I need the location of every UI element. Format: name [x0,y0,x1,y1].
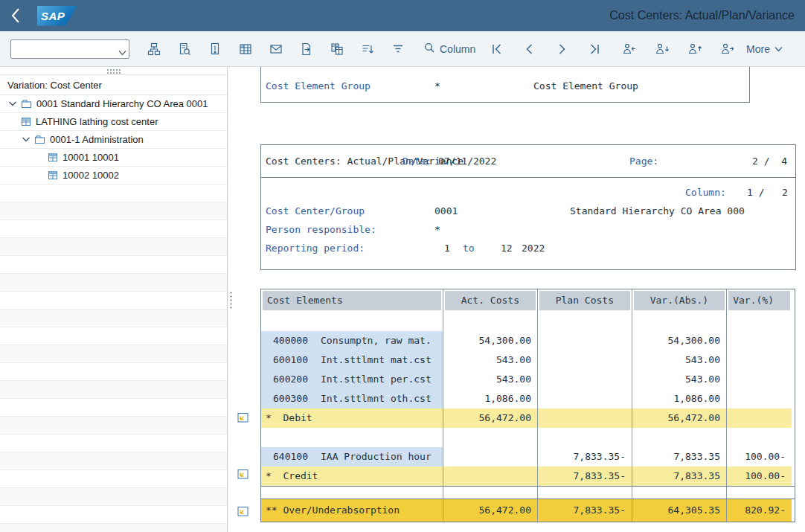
column-row: Column: 1 / 2 [261,184,795,202]
sort-icon[interactable] [356,38,379,60]
tree-item-administration[interactable]: 0001-1 Administration [0,131,227,149]
filter-icon[interactable] [387,38,409,60]
tree-item-label: LATHING lathing cost center [36,116,158,127]
drilldown-icon-total[interactable] [237,506,249,519]
cost-center-icon [48,170,58,180]
var-pct-cell [726,370,792,389]
drilldown-icon-debit[interactable] [237,412,249,426]
table-divider-row [261,486,795,499]
act-costs-cell: 56,472.00 [443,408,537,428]
table-row: 400000Consumptn, raw mat. 54,300.00 54,3… [261,331,795,350]
plan-costs-cell [537,370,632,389]
row-label[interactable]: * Debit [261,408,443,428]
sidebar-splitter[interactable] [228,67,234,532]
reporting-period-row: Reporting period: 1 to 12 2022 [261,240,795,258]
print-preview-icon[interactable] [173,38,196,60]
row-label[interactable]: 600200Int.sttlmnt per.cst [261,370,443,389]
act-costs-cell: 56,472.00 [443,499,537,522]
act-costs-cell: 54,300.00 [443,331,537,350]
sidebar-sash-handle[interactable] [0,67,227,74]
report-header-box: Cost Centers: Actual/Plan/Variance Date:… [260,144,796,270]
variation-sidebar: Variation: Cost Center 0001 Standard Hie… [0,67,228,532]
chevron-down-icon[interactable] [7,100,18,107]
mail-icon[interactable] [265,38,287,60]
page-value: 2 / 4 [752,156,787,167]
tree-item-lathing[interactable]: LATHING lathing cost center [0,113,227,131]
period-to: 12 [501,243,513,254]
report-title: Cost Centers: Actual/Plan/Variance [266,156,464,167]
tree-item-10002[interactable]: 10002 10002 [0,167,227,185]
group-value: * [434,80,440,92]
more-menu[interactable]: More [746,43,783,55]
call-report-icon[interactable] [143,38,165,60]
row-label[interactable]: * Credit [261,467,443,486]
person-responsible-label: Person responsible: [266,224,376,235]
plan-costs-cell: 7,833.35- [537,467,632,486]
export-icon[interactable] [295,38,318,60]
row-label[interactable]: 400000Consumptn, raw mat. [261,331,443,350]
hierarchy-node-icon [21,99,32,109]
next-column-icon[interactable] [554,38,569,60]
more-label: More [746,43,770,55]
tree-item-label: 10001 10001 [62,152,119,163]
currency-translation-icon[interactable] [326,38,348,60]
cost-center-value: 0001 [434,205,458,217]
period-year: 2022 [522,243,545,254]
tree-empty-rows [0,185,227,532]
previous-object-icon[interactable] [651,38,673,60]
plan-costs-cell [537,331,632,350]
hierarchy-node-icon [34,135,45,144]
first-column-icon[interactable] [489,38,504,60]
sap-logo-text: SAP [37,10,65,22]
subtotal-row-credit: * Credit 7,833.35- 7,833.35 100.00- [261,467,795,486]
row-label[interactable]: 600100Int.sttlmnt mat.cst [261,350,443,370]
last-object-icon[interactable] [716,38,739,60]
person-responsible-value: * [434,224,440,235]
row-label[interactable]: 640100IAA Production hour [261,447,443,467]
var-abs-cell: 543.00 [632,350,726,370]
first-object-icon[interactable] [618,38,641,60]
header-act-costs: Act. Costs [443,289,537,312]
cost-element-group-box: Cost Element Group * Cost Element Group [260,67,750,103]
chevron-down-icon[interactable] [21,136,31,143]
column-search[interactable]: Column [423,42,475,57]
table-row: 600200Int.sttlmnt per.cst 543.00 543.00 [261,370,795,389]
cost-center-icon [21,117,31,126]
exception-report-icon[interactable] [204,38,226,60]
group-desc: Cost Element Group [533,80,638,92]
drilldown-icon-credit[interactable] [237,469,249,482]
column-label: Column [440,43,475,55]
search-icon [423,42,435,57]
tree-item-hierarchy[interactable]: 0001 Standard Hierarchy CO Area 0001 [0,95,227,113]
var-pct-cell: 820.92- [726,499,792,522]
header-cost-elements: Cost Elements [261,289,443,312]
tree-item-10001[interactable]: 10001 10001 [0,149,227,167]
sidebar-title: Variation: Cost Center [0,74,227,95]
application-toolbar: Column More [0,31,805,67]
page-title: Cost Centers: Actual/Plan/Variance [609,9,795,22]
row-label[interactable]: ** Over/Underabsorption [261,499,443,522]
cost-center-icon [48,153,58,162]
previous-column-icon[interactable] [522,38,536,60]
row-label[interactable]: 600300Int.sttlmnt oth.cst [261,389,443,408]
header-var-abs: Var.(Abs.) [632,289,726,312]
next-object-icon[interactable] [684,38,706,60]
command-field[interactable] [10,39,129,59]
chevron-down-icon[interactable] [118,45,126,59]
shell-bar: SAP Cost Centers: Actual/Plan/Variance [0,0,805,31]
header-var-pct: Var.(%) [726,289,792,312]
report-title-row: Cost Centers: Actual/Plan/Variance Date:… [261,145,795,178]
tree-item-label: 0001-1 Administration [50,134,144,145]
var-pct-cell [726,350,792,370]
last-column-icon[interactable] [587,38,602,60]
graphic-icon[interactable] [234,38,257,60]
back-icon[interactable] [10,6,27,25]
var-pct-cell: 100.00- [726,467,792,486]
table-row: 600100Int.sttlmnt mat.cst 543.00 543.00 [261,350,795,370]
act-costs-cell: 543.00 [443,370,537,389]
header-plan-costs: Plan Costs [537,289,632,312]
var-pct-cell [726,389,792,408]
drag-dots-icon [229,291,233,309]
var-pct-cell: 100.00- [726,447,792,467]
var-abs-cell: 64,305.35 [632,499,726,522]
